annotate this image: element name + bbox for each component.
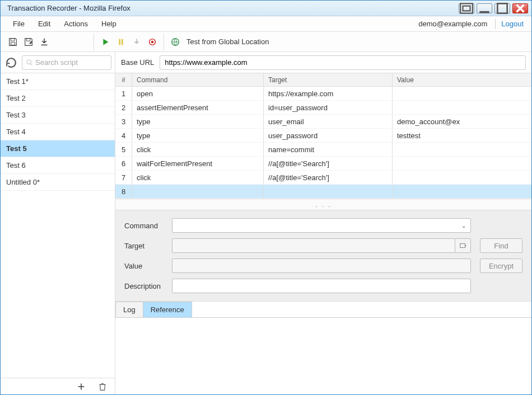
row-number: 5	[115, 143, 132, 156]
row-target: user_password	[264, 129, 393, 142]
row-value	[393, 101, 531, 114]
svg-point-13	[151, 40, 154, 43]
encrypt-button[interactable]: Encrypt	[480, 258, 522, 273]
pause-button[interactable]	[113, 35, 129, 49]
row-target: //a[@title='Search']	[264, 171, 393, 184]
svg-rect-10	[119, 39, 120, 45]
target-field-label: Target	[124, 242, 166, 250]
row-number: 2	[115, 101, 132, 114]
col-command-header[interactable]: Command	[132, 73, 264, 86]
svg-rect-21	[460, 244, 465, 248]
base-url-input[interactable]	[160, 55, 526, 70]
test-list-item[interactable]: Test 6	[1, 157, 115, 174]
search-placeholder: Search script	[35, 58, 78, 67]
window-aux-button[interactable]	[459, 3, 474, 13]
row-target	[264, 185, 393, 198]
step-button[interactable]	[129, 35, 144, 49]
window-maximize-button[interactable]	[494, 3, 510, 13]
play-button[interactable]	[97, 35, 113, 49]
logout-link[interactable]: Logout	[499, 17, 526, 30]
tab-log[interactable]: Log	[115, 302, 143, 317]
row-number: 4	[115, 129, 132, 142]
menu-edit[interactable]: Edit	[31, 17, 57, 30]
value-field-label: Value	[124, 262, 166, 270]
tab-body	[115, 318, 531, 394]
row-value	[393, 87, 531, 100]
base-url-label: Base URL	[121, 58, 154, 67]
svg-rect-6	[11, 38, 14, 41]
row-command: type	[132, 129, 264, 142]
delete-test-button[interactable]	[95, 379, 110, 394]
row-target: user_email	[264, 115, 393, 128]
menu-help[interactable]: Help	[95, 17, 123, 30]
row-value: demo_account@ex	[393, 115, 531, 128]
grid-row[interactable]: 2assertElementPresentid=user_password	[115, 101, 531, 115]
col-num-header[interactable]: #	[115, 73, 132, 86]
grid-header: # Command Target Value	[115, 73, 531, 87]
row-number: 1	[115, 87, 132, 100]
svg-rect-3	[497, 3, 507, 13]
row-number: 8	[115, 185, 132, 198]
grid-row[interactable]: 8	[115, 185, 531, 199]
menubar: File Edit Actions Help demo@example.com …	[1, 16, 531, 32]
add-test-button[interactable]	[73, 379, 89, 394]
tab-reference[interactable]: Reference	[143, 302, 192, 317]
col-value-header[interactable]: Value	[393, 73, 531, 86]
test-list: Test 1*Test 2Test 3Test 4Test 5Test 6Unt…	[1, 73, 115, 378]
target-locator-button[interactable]	[455, 238, 471, 253]
grid-row[interactable]: 1openhttps://example.com	[115, 87, 531, 101]
row-value	[393, 157, 531, 170]
save-as-button[interactable]	[21, 35, 36, 49]
command-field[interactable]: ⌄	[172, 218, 471, 233]
row-value: testtest	[393, 129, 531, 142]
row-number: 6	[115, 157, 132, 170]
row-command: open	[132, 87, 264, 100]
svg-point-15	[27, 60, 31, 64]
target-field[interactable]	[172, 238, 455, 253]
description-field[interactable]	[172, 279, 471, 293]
divider	[164, 34, 164, 50]
search-icon	[26, 59, 33, 66]
download-button[interactable]	[36, 35, 52, 49]
test-list-item[interactable]: Untitled 0*	[1, 174, 115, 191]
row-target: id=user_password	[264, 101, 393, 114]
row-value	[393, 185, 531, 198]
grid-row[interactable]: 5clickname=commit	[115, 143, 531, 157]
save-button[interactable]	[5, 35, 21, 49]
row-target: name=commit	[264, 143, 393, 156]
value-field[interactable]	[172, 258, 471, 273]
refresh-button[interactable]	[4, 55, 18, 70]
test-list-item[interactable]: Test 2	[1, 90, 115, 107]
window-close-button[interactable]	[512, 3, 528, 13]
window-title: Transaction Recorder - Mozilla Firefox	[4, 4, 459, 12]
test-global-label[interactable]: Test from Global Location	[186, 37, 269, 46]
menu-actions[interactable]: Actions	[57, 17, 95, 30]
divider	[495, 19, 496, 29]
record-button[interactable]	[144, 35, 160, 49]
row-value	[393, 171, 531, 184]
grid-row[interactable]: 4typeuser_passwordtesttest	[115, 129, 531, 143]
row-command: click	[132, 143, 264, 156]
svg-rect-11	[122, 39, 123, 45]
row-command	[132, 185, 264, 198]
divider	[94, 34, 94, 50]
grid-row[interactable]: 3typeuser_emaildemo_account@ex	[115, 115, 531, 129]
row-command: waitForElementPresent	[132, 157, 264, 170]
test-list-item[interactable]: Test 5	[1, 140, 115, 157]
col-target-header[interactable]: Target	[264, 73, 393, 86]
search-input[interactable]: Search script	[22, 55, 111, 70]
grid-row[interactable]: 6waitForElementPresent//a[@title='Search…	[115, 157, 531, 171]
test-list-item[interactable]: Test 4	[1, 124, 115, 140]
test-list-item[interactable]: Test 3	[1, 107, 115, 124]
row-number: 3	[115, 115, 132, 128]
chevron-down-icon: ⌄	[461, 223, 466, 229]
row-target: https://example.com	[264, 87, 393, 100]
find-button[interactable]: Find	[480, 238, 522, 253]
globe-icon[interactable]	[167, 35, 183, 49]
grid-row[interactable]: 7click//a[@title='Search']	[115, 171, 531, 185]
window-minimize-button[interactable]	[477, 3, 492, 13]
menu-file[interactable]: File	[6, 17, 31, 30]
test-list-item[interactable]: Test 1*	[1, 73, 115, 90]
row-target: //a[@title='Search']	[264, 157, 393, 170]
resize-handle[interactable]: . . .	[115, 199, 531, 210]
